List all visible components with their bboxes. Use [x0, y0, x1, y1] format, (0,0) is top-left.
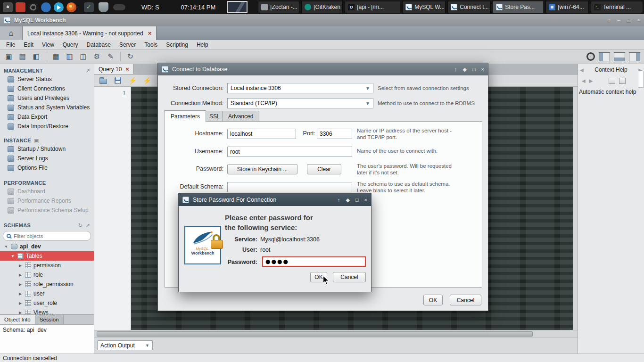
tree-node-table-user-role[interactable]: ▶user_role [0, 298, 94, 308]
menu-scripting[interactable]: Scripting [162, 41, 192, 48]
shade-window-icon[interactable]: ↑ [608, 17, 611, 24]
workspace-indicator[interactable]: WD: S [141, 4, 159, 11]
help-back-icon[interactable]: ◀ [582, 78, 586, 83]
create-function-icon[interactable]: ✎ [105, 51, 116, 62]
chevron-down-icon[interactable]: ▼ [10, 254, 15, 258]
minimize-window-icon[interactable]: − [617, 17, 620, 24]
schema-filter-box[interactable] [3, 231, 91, 241]
sidebar-item-status-variables[interactable]: Status and System Variables [0, 103, 94, 112]
taskbar-window-mysql-workbench[interactable]: MySQL W... [402, 1, 446, 13]
sidebar-item-data-export[interactable]: Data Export [0, 112, 94, 122]
query-tab[interactable]: Query 10 × [94, 64, 134, 74]
sidebar-item-server-logs[interactable]: Server Logs [0, 154, 94, 163]
menu-edit[interactable]: Edit [19, 41, 38, 48]
chevron-right-icon[interactable]: ▶ [18, 282, 23, 287]
chevron-right-icon[interactable]: ▶ [18, 273, 23, 277]
stored-connection-select[interactable]: Local instance 3306 ▼ [227, 83, 373, 93]
password-dialog-titlebar[interactable]: Store Password For Connection ↑ ◆ □ × [179, 194, 371, 206]
chevron-right-icon[interactable]: ▶ [18, 292, 23, 296]
launcher-camera-app-icon[interactable] [28, 2, 38, 12]
editor-vertical-scrollbar[interactable] [573, 87, 578, 330]
chevron-down-icon[interactable]: ▼ [4, 245, 8, 249]
taskbar-window-store-password[interactable]: Store Pas... [493, 1, 544, 13]
execute-query-icon[interactable]: ⚡ [127, 76, 138, 85]
taskbar-window-gitkraken[interactable]: [GitKraken [301, 1, 343, 13]
execute-current-statement-icon[interactable]: ⚡ [142, 76, 152, 85]
create-table-icon[interactable]: ▥ [64, 51, 75, 62]
chevron-right-icon[interactable]: ▶ [18, 311, 23, 315]
launcher-red-app-icon[interactable] [16, 2, 25, 12]
telegram-icon[interactable] [54, 2, 64, 12]
panel-toggle-right-icon[interactable] [629, 52, 640, 61]
close-window-icon[interactable]: × [481, 66, 484, 73]
sidebar-item-client-connections[interactable]: Client Connections [0, 84, 94, 93]
close-window-icon[interactable]: × [637, 17, 640, 24]
menu-server[interactable]: Server [115, 41, 140, 48]
maximize-window-icon[interactable]: □ [472, 66, 476, 73]
tray-shield-icon[interactable] [99, 2, 108, 12]
collapse-left-icon[interactable]: ◀ [580, 67, 584, 73]
connect-dialog-titlebar[interactable]: Connect to Database ↑ ◆ □ × [158, 63, 488, 75]
username-input[interactable] [227, 147, 352, 157]
menu-database[interactable]: Database [83, 41, 115, 48]
open-script-icon[interactable] [98, 76, 108, 85]
tree-node-schema[interactable]: ▼api_dev [0, 242, 94, 251]
expand-section-icon[interactable]: ↗ [85, 68, 90, 74]
reconnect-dbms-icon[interactable]: ↻ [124, 51, 136, 62]
password-cancel-button[interactable]: Cancel [333, 272, 366, 282]
window-preview-thumbnail[interactable] [227, 1, 248, 13]
sidebar-item-options-file[interactable]: Options File [0, 163, 94, 173]
menu-view[interactable]: View [38, 41, 58, 48]
help-topic-icon[interactable] [609, 78, 615, 84]
app-menu-icon[interactable] [3, 2, 13, 12]
create-procedure-icon[interactable]: ⚙ [91, 51, 103, 62]
sidebar-item-startup-shutdown[interactable]: Startup / Shutdown [0, 144, 94, 154]
scrollbar-thumb[interactable] [97, 331, 533, 337]
editor-horizontal-scrollbar[interactable] [94, 330, 578, 337]
panel-toggle-bottom-icon[interactable] [614, 52, 625, 61]
maximize-window-icon[interactable]: □ [355, 197, 359, 203]
help-pin-icon[interactable] [619, 78, 626, 84]
taskbar-window-virtualbox[interactable]: [win7-64... [545, 1, 589, 13]
password-ok-button[interactable]: OK [310, 272, 327, 282]
close-window-icon[interactable]: × [364, 197, 367, 203]
default-schema-input[interactable] [227, 182, 352, 192]
tree-node-table-role-permission[interactable]: ▶role_permission [0, 280, 94, 289]
maximize-window-icon[interactable]: □ [627, 17, 630, 24]
tab-session[interactable]: Session [35, 315, 64, 324]
create-view-icon[interactable]: ◫ [77, 51, 89, 62]
preferences-circle-icon[interactable] [586, 52, 595, 61]
chevron-right-icon[interactable]: ▶ [18, 263, 23, 268]
menu-tools[interactable]: Tools [140, 41, 162, 48]
clear-password-button[interactable]: Clear [307, 164, 341, 174]
help-forward-icon[interactable]: ▶ [589, 78, 593, 83]
chevron-right-icon[interactable]: ▶ [18, 301, 23, 305]
shade-window-icon[interactable]: ↑ [454, 66, 457, 73]
connect-ok-button[interactable]: OK [423, 295, 443, 305]
taskbar-window-terminal[interactable]: Terminal ... [591, 1, 643, 13]
tray-pill-icon[interactable] [113, 4, 125, 10]
sidebar-item-server-status[interactable]: Server Status [0, 74, 94, 84]
password-input[interactable] [262, 256, 366, 267]
tab-object-info[interactable]: Object Info [0, 315, 35, 324]
new-connection-icon[interactable]: ▣ [3, 51, 15, 62]
shade-window-icon[interactable]: ↑ [338, 197, 340, 203]
connect-cancel-button[interactable]: Cancel [450, 295, 481, 305]
action-output-dropdown[interactable]: Action Output ▼ [97, 340, 153, 350]
menu-query[interactable]: Query [58, 41, 83, 48]
taskbar-window-intellij[interactable]: [api - [/m... [345, 1, 400, 13]
home-tab[interactable]: ⌂ [0, 26, 23, 40]
new-sql-tab-icon[interactable]: ▤ [17, 51, 28, 62]
sidebar-item-users-privileges[interactable]: Users and Privileges [0, 93, 94, 103]
create-schema-icon[interactable]: ▦ [50, 51, 62, 62]
pin-window-icon[interactable]: ◆ [462, 66, 466, 73]
open-sql-file-icon[interactable]: ◧ [30, 51, 42, 62]
hostname-input[interactable] [227, 129, 296, 139]
mysql-workbench-titlebar[interactable]: MySQL Workbench ↑ − □ × [0, 14, 644, 26]
taskbar-window-zoctan[interactable]: [Zoctan -... [258, 1, 299, 13]
launcher-blue-app-icon[interactable] [41, 2, 51, 12]
save-script-icon[interactable] [113, 76, 123, 85]
connection-tab[interactable]: Local instance 3306 - Warning - not supp… [23, 26, 157, 40]
close-tab-icon[interactable]: × [148, 30, 152, 37]
connection-method-select[interactable]: Standard (TCP/IP) ▼ [227, 98, 373, 108]
